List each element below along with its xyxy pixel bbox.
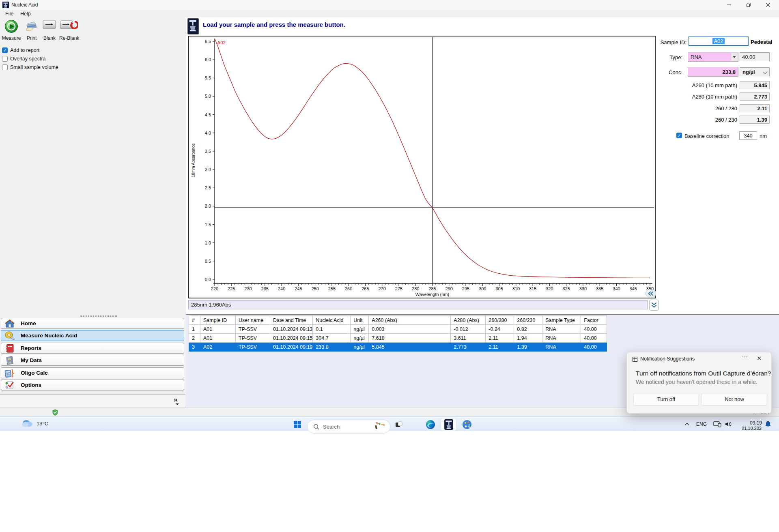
table-cell: 40.00 [581,325,607,334]
chevrons-down-icon [651,302,657,309]
type-dropdown[interactable]: RNA [688,52,738,62]
table-column-header[interactable]: Nucleic Acid [313,316,351,325]
chart-collapse-button[interactable] [646,290,656,297]
nucleic-acid-app-button[interactable] [441,418,457,431]
svg-text:280: 280 [412,286,419,291]
sample-id-input[interactable]: A02 [689,36,749,46]
sidebar-item-reports[interactable]: Reports [1,343,184,354]
edge-browser-button[interactable] [424,419,437,430]
unit-dropdown[interactable]: ng/µl [740,67,770,76]
table-column-header[interactable]: User name [236,316,270,325]
table-row[interactable]: 1A01TP-SSV01.10.2024 09:130.1ng/µl0.003-… [189,325,607,334]
task-view-button[interactable] [393,420,405,429]
cast-icon [713,421,721,427]
svg-text:3.0: 3.0 [205,167,211,172]
turn-off-button[interactable]: Turn off [633,393,699,405]
table-column-header[interactable]: Date and Time [270,316,313,325]
baseline-wavelength-input[interactable]: 340 [739,131,757,140]
svg-text:2.0: 2.0 [205,204,211,208]
table-cell: 1 [189,325,200,334]
table-cell: ng/µl [351,334,369,343]
svg-text:5.0: 5.0 [205,94,211,99]
svg-text:285: 285 [428,286,436,291]
factor-field[interactable]: 40.00 [740,52,770,61]
blank-button[interactable]: Blank [40,19,59,41]
minimize-button[interactable] [722,1,736,9]
table-column-header[interactable]: 260/230 [514,316,542,325]
search-box[interactable]: Search [307,420,390,433]
table-row[interactable]: 3A02TP-SSV01.10.2024 09:19233.8ng/µl5.84… [189,343,607,352]
print-button[interactable]: Print [22,19,41,41]
table-column-header[interactable]: Sample ID [200,316,236,325]
baseline-unit-label: nm [760,133,767,139]
cast-button[interactable] [712,420,722,428]
overlay-spectra-row: Overlay spectra [2,55,46,62]
svg-text:4.0: 4.0 [205,131,211,135]
table-cell: TP-SSV [236,334,270,343]
table-cell: TP-SSV [236,343,270,352]
table-cell: 01.10.2024 09:13 [270,325,313,334]
close-button[interactable] [761,1,775,9]
expand-table-button[interactable] [649,300,659,311]
sidebar-item-oligo-calc[interactable]: Oligo Calc [1,367,184,378]
conc-field[interactable]: 233.8 [688,67,738,77]
table-header-row: #Sample IDUser nameDate and TimeNucleic … [189,316,607,325]
designer-icon [462,420,472,429]
overlay-spectra-checkbox[interactable] [2,56,8,62]
not-now-button[interactable]: Not now [702,393,767,405]
table-column-header[interactable]: A280 (Abs) [451,316,486,325]
blank-icon [40,19,59,34]
svg-text:305: 305 [495,286,503,291]
add-to-report-checkbox[interactable]: ✓ [2,47,8,53]
svg-text:340: 340 [613,286,620,291]
table-row[interactable]: 2A01TP-SSV01.10.2024 09:15304.7ng/µl7.61… [189,334,607,343]
measure-button[interactable]: Measure [2,19,21,41]
pedestal-label: Pedestal [751,39,772,45]
search-highlight-icon [374,422,385,431]
table-cell: TP-SSV [236,325,270,334]
tray-expand-button[interactable] [683,421,691,427]
start-button[interactable] [292,420,303,429]
small-sample-volume-checkbox[interactable] [2,64,8,70]
sidebar-item-label: Measure Nucleic Acid [21,332,77,339]
type-label: Type: [657,54,682,60]
notification-title: Turn off notifications from Outil Captur… [636,370,771,377]
menu-help[interactable]: Help [19,11,32,17]
spectrum-chart[interactable]: 2202252302352402452502552602652702752802… [188,36,656,298]
baseline-correction-label: Baseline correction [684,133,730,139]
table-column-header[interactable]: # [189,316,200,325]
language-indicator[interactable]: ENG [696,421,707,427]
restore-button[interactable] [742,1,755,9]
svg-text:260: 260 [345,286,352,291]
chevrons-right-icon[interactable]: » [174,396,177,403]
notification-close-button[interactable]: ✕ [757,355,762,362]
screen: Nucleic Acid File Help [0,0,779,532]
table-column-header[interactable]: Unit [351,316,369,325]
sidebar-item-measure-nucleic-acid[interactable]: Measure Nucleic Acid [1,330,184,341]
message-bar: Load your sample and press the measure b… [186,17,779,35]
sidebar-item-my-data[interactable]: My Data [1,355,184,366]
table-column-header[interactable]: Factor [581,316,607,325]
table-column-header[interactable]: A260 (Abs) [369,316,451,325]
table-column-header[interactable]: Sample Type [542,316,581,325]
sidebar-item-home[interactable]: Home [1,318,184,329]
clock[interactable]: 09:19 01.10.2024 [742,420,762,431]
designer-app-button[interactable] [461,419,473,430]
notification-more-button[interactable]: ⋯ [742,353,749,360]
weather-widget[interactable]: 13°C [21,418,48,429]
svg-text:6.0: 6.0 [205,57,211,62]
svg-text:315: 315 [529,286,536,291]
table-cell: 2.773 [451,343,486,352]
menu-file[interactable]: File [4,11,15,17]
reblank-button[interactable]: Re-Blank [59,19,79,41]
table-cell: 0.003 [369,325,451,334]
ratio-260-280-value: 2.11 [740,104,770,112]
results-table: #Sample IDUser nameDate and TimeNucleic … [189,315,607,352]
table-column-header[interactable]: 260/280 [486,316,514,325]
sidebar-item-options[interactable]: Options [1,380,184,390]
volume-button[interactable] [724,420,734,428]
svg-text:330: 330 [579,286,587,291]
baseline-correction-checkbox[interactable]: ✓ [676,133,682,138]
splitter-handle[interactable] [80,315,117,317]
notification-bell-button[interactable] [764,420,773,428]
